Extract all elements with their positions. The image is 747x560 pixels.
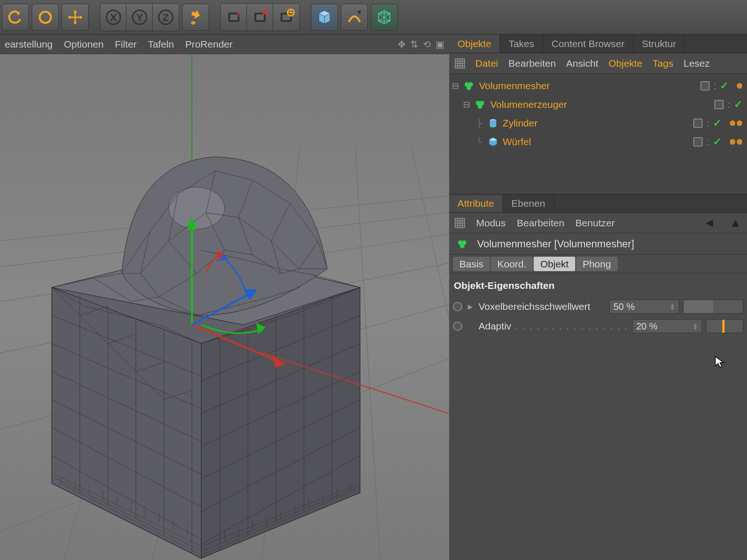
vp-menu-prorender[interactable]: ProRender — [185, 39, 233, 50]
tag-icon[interactable] — [737, 139, 742, 145]
z-axis-button[interactable]: Z — [153, 4, 179, 31]
voxel-threshold-input[interactable]: 50 % ▲▼ — [609, 300, 679, 314]
svg-line-27 — [411, 147, 449, 560]
visibility-toggle[interactable]: ✓ — [713, 117, 721, 129]
om-menu-lesez[interactable]: Lesez — [684, 58, 710, 69]
om-menu-datei[interactable]: Datei — [475, 58, 498, 69]
layer-toggle[interactable] — [714, 100, 724, 109]
visibility-toggle[interactable]: ✓ — [713, 136, 721, 148]
render-button-2[interactable] — [247, 4, 273, 31]
object-manager-menu: Datei Bearbeiten Ansicht Objekte Tags Le… — [449, 53, 747, 74]
mesh-button[interactable] — [371, 4, 398, 31]
volume-mesher-icon — [457, 238, 469, 250]
tab-struktur[interactable]: Struktur — [634, 35, 685, 53]
render-button-3[interactable] — [273, 4, 299, 31]
attribute-subtabs: Basis Koord. Objekt Phong — [449, 255, 747, 273]
spinner-icon[interactable]: ▲▼ — [693, 322, 698, 330]
subtab-koord[interactable]: Koord. — [491, 257, 533, 271]
display-cube-button[interactable] — [311, 4, 338, 31]
render-button-1[interactable] — [221, 4, 247, 31]
attr-menu-modus[interactable]: Modus — [476, 217, 506, 229]
vp-menu-filter[interactable]: Filter — [115, 39, 137, 50]
properties-section: Objekt-Eigenschaften ▶ Voxelbereichsschw… — [449, 273, 747, 560]
tag-icon[interactable] — [730, 120, 735, 126]
viewport-menu: earstellung Optionen Filter Tafeln ProRe… — [0, 35, 449, 54]
viewport-nav-icons: ✥ ⇅ ⟲ ▣ — [398, 39, 444, 50]
adaptiv-input[interactable]: 20 % ▲▼ — [632, 319, 702, 333]
axis-toggle-button[interactable] — [182, 4, 209, 31]
svg-text:Z: Z — [162, 12, 169, 23]
move-button[interactable] — [62, 4, 89, 31]
nav-up-icon[interactable]: ▲ — [729, 216, 741, 230]
vp-move-icon[interactable]: ✥ — [398, 39, 406, 50]
volume-mesher-icon — [463, 80, 475, 92]
svg-point-36 — [466, 85, 471, 90]
nav-back-icon[interactable]: ◄ — [704, 216, 716, 230]
rotate-button[interactable] — [32, 4, 59, 31]
tree-expand-icon[interactable]: ⊟ — [463, 101, 470, 108]
axis-group: X Y Z — [100, 3, 179, 31]
render-group — [220, 3, 300, 31]
svg-text:Y: Y — [136, 12, 143, 23]
spinner-icon[interactable]: ▲▼ — [670, 303, 675, 310]
attribute-menu: Modus Bearbeiten Benutzer ◄ ▲ — [449, 213, 747, 233]
attr-menu-benutzer[interactable]: Benutzer — [576, 217, 615, 229]
tab-objects[interactable]: Objekte — [449, 35, 500, 53]
visibility-toggle[interactable]: ✓ — [734, 98, 742, 111]
om-menu-objekte[interactable]: Objekte — [608, 58, 642, 69]
anim-keyframe-toggle[interactable] — [453, 302, 462, 311]
tab-ebenen[interactable]: Ebenen — [503, 195, 554, 212]
object-manager-tabs: Objekte Takes Content Browser Struktur — [449, 35, 747, 53]
undo-button[interactable] — [2, 4, 29, 31]
layer-toggle[interactable] — [700, 81, 710, 91]
spline-button[interactable] — [341, 4, 368, 31]
expand-arrow-icon[interactable]: ▶ — [468, 303, 473, 310]
vp-menu-display[interactable]: earstellung — [5, 39, 53, 50]
adaptiv-slider[interactable] — [706, 319, 743, 333]
right-panel: Objekte Takes Content Browser Struktur D… — [449, 35, 747, 560]
subtab-phong[interactable]: Phong — [576, 257, 618, 271]
vp-menu-panels[interactable]: Tafeln — [148, 39, 174, 50]
grid-icon[interactable] — [455, 58, 465, 69]
vp-rotate-icon[interactable]: ⟲ — [423, 39, 431, 50]
tree-expand-icon[interactable]: ⊟ — [452, 83, 458, 89]
tree-row-wuerfel[interactable]: └ Würfel : ✓ — [449, 133, 747, 151]
svg-rect-13 — [263, 11, 268, 14]
y-axis-button[interactable]: Y — [127, 4, 153, 31]
attribute-tabs: Attribute Ebenen — [449, 194, 747, 213]
attribute-object-name: Volumenmesher [Volumenmesher] — [477, 238, 634, 250]
om-menu-tags[interactable]: Tags — [653, 58, 673, 69]
x-axis-button[interactable]: X — [100, 4, 127, 31]
tab-content-browser[interactable]: Content Browser — [543, 35, 633, 53]
om-menu-ansicht[interactable]: Ansicht — [566, 58, 599, 69]
tag-icon[interactable] — [737, 83, 742, 89]
tag-icon[interactable] — [737, 120, 742, 126]
tree-label: Volumenmesher — [479, 80, 550, 91]
grid-icon[interactable] — [455, 218, 465, 228]
tree-row-volumenmesher[interactable]: ⊟ Volumenmesher : ✓ — [449, 77, 747, 95]
anim-keyframe-toggle[interactable] — [453, 322, 462, 331]
layer-toggle[interactable] — [693, 119, 703, 128]
prop-adaptiv: ▶ Adaptiv . . . . . . . . . . . . . . . … — [453, 316, 743, 336]
vp-menu-options[interactable]: Optionen — [64, 39, 104, 50]
prop-voxel-threshold: ▶ Voxelbereichsschwellwert 50 % ▲▼ — [453, 297, 743, 316]
vp-maximize-icon[interactable]: ▣ — [436, 39, 444, 50]
tab-takes[interactable]: Takes — [500, 35, 543, 53]
viewport-3d[interactable] — [0, 54, 449, 560]
attribute-header: Volumenmesher [Volumenmesher] — [449, 233, 747, 255]
prop-label: Adaptiv . . . . . . . . . . . . . . . . — [479, 321, 628, 332]
voxel-threshold-slider[interactable] — [683, 300, 743, 314]
layer-toggle[interactable] — [693, 137, 703, 147]
attr-menu-bearbeiten[interactable]: Bearbeiten — [517, 217, 564, 229]
tree-row-volumenerzeuger[interactable]: ⊟ Volumenerzeuger : ✓ — [449, 95, 747, 114]
tree-row-zylinder[interactable]: ├ Zylinder : ✓ — [449, 114, 747, 133]
vp-updown-icon[interactable]: ⇅ — [410, 39, 418, 50]
om-menu-bearbeiten[interactable]: Bearbeiten — [508, 58, 556, 69]
tag-icon[interactable] — [730, 139, 735, 145]
visibility-toggle[interactable]: ✓ — [720, 80, 728, 92]
subtab-basis[interactable]: Basis — [453, 257, 490, 271]
subtab-objekt[interactable]: Objekt — [534, 257, 575, 271]
tab-attribute[interactable]: Attribute — [449, 195, 503, 212]
tree-label: Zylinder — [503, 118, 538, 129]
svg-point-42 — [490, 125, 496, 127]
